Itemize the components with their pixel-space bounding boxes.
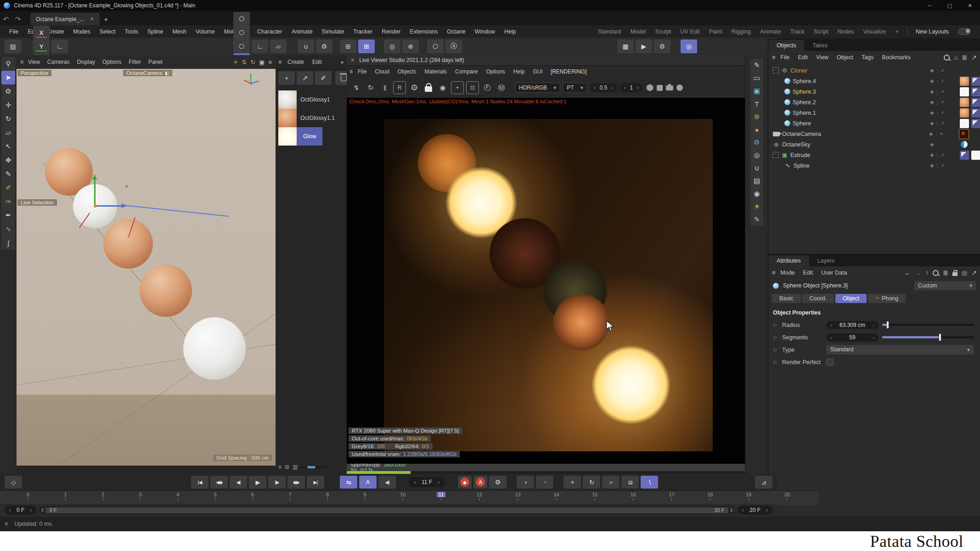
octane-tag[interactable] (971, 77, 980, 86)
target-icon[interactable]: ◎ (962, 269, 967, 276)
chevron-left-icon[interactable]: ‹ (594, 84, 596, 91)
enabled-check-icon[interactable]: ✓ (941, 67, 945, 73)
record-keyframe-button[interactable]: ◆ (458, 476, 472, 489)
render-view[interactable]: Check:0ms,/2ms. MeshGen:1ms. Update[CG]:… (347, 98, 745, 464)
timeline-tick[interactable]: 17 (667, 492, 676, 505)
go-to-end-button[interactable]: ▶| (307, 476, 324, 489)
menu-item[interactable]: Animate (287, 27, 317, 36)
timeline-tick[interactable]: 7 (286, 492, 294, 505)
frame-icon[interactable]: ▭ (750, 72, 763, 84)
play-button[interactable]: ▶ (249, 476, 266, 489)
region-stepper[interactable]: ‹ 1 › (620, 83, 643, 92)
tab-basic[interactable]: Basic (772, 294, 801, 303)
attribute-menu-item[interactable]: Mode (776, 269, 799, 277)
chevron-left-icon[interactable]: ‹ (624, 84, 625, 91)
menu-item[interactable]: Spline (143, 27, 168, 36)
live-viewer-menu-item[interactable]: Cloud (371, 67, 393, 76)
fcurve-icon[interactable]: ⊿ (755, 476, 772, 489)
menu-item[interactable]: Render (377, 27, 405, 36)
material-item[interactable]: OctGlossy1.1 (278, 109, 347, 127)
colorspace-select[interactable]: HDR/sRGB ▾ (515, 83, 560, 93)
layout-tab[interactable]: UV Edit (676, 27, 704, 36)
lock-icon[interactable] (952, 272, 957, 276)
kernel-select[interactable]: PT ▾ (563, 83, 587, 93)
object-menu-item[interactable]: Edit (794, 53, 812, 62)
object-menu-item[interactable]: Object (833, 53, 857, 62)
enabled-check-icon[interactable]: ✓ (941, 152, 945, 158)
region-render-icon[interactable]: R (393, 81, 406, 94)
go-to-start-button[interactable]: |◀ (191, 476, 208, 489)
live-viewer-menu-item[interactable]: Materials (420, 67, 451, 76)
apply-material-icon[interactable]: ↗ (297, 71, 313, 85)
menu-item[interactable]: Octane (442, 27, 470, 36)
more-menu-icon[interactable]: ▸ (341, 59, 344, 65)
thumbnail-size-slider[interactable] (301, 466, 327, 468)
rotate-tool-icon[interactable]: ↻ (1, 112, 15, 126)
range-start-field[interactable]: ‹ 0 F › (5, 506, 36, 515)
maximize-view-icon[interactable]: ▣ (259, 59, 265, 66)
zoom-tool-icon[interactable]: ⚲ (1, 57, 15, 71)
viewport-menu-item[interactable]: Display (73, 58, 99, 66)
visibility-dots-icon[interactable]: : (936, 121, 938, 126)
material-menu-item[interactable]: Edit (308, 58, 326, 66)
camera-tag[interactable] (959, 129, 969, 139)
pencil-icon[interactable]: ✎ (750, 213, 763, 226)
polygons-mode-icon[interactable]: ⎔ (233, 39, 250, 53)
viewport-menu-item[interactable]: Cameras (44, 58, 73, 66)
sky-tag[interactable] (960, 140, 969, 149)
timeline-tick[interactable]: 10 (398, 492, 407, 505)
tab-attributes[interactable]: Attributes (768, 255, 809, 266)
material-item[interactable]: Glow (278, 127, 347, 146)
current-frame-field[interactable]: ‹ 11 F › (409, 477, 445, 487)
enabled-check-icon[interactable]: ✓ (941, 89, 945, 95)
enabled-check-icon[interactable]: ✓ (941, 110, 945, 116)
up-icon[interactable]: ↑ (925, 269, 929, 276)
live-viewer-menu-item[interactable]: Help (509, 67, 529, 76)
menu-item[interactable]: Help (500, 27, 521, 36)
layout-tab[interactable]: Visualize (859, 27, 891, 36)
range-end-field[interactable]: ‹ 20 F › (738, 506, 772, 515)
pause-icon[interactable]: ‖ (379, 82, 391, 94)
object-menu-item[interactable]: Bookmarks (878, 53, 915, 62)
menu-item[interactable]: Tracker (349, 27, 377, 36)
chevron-left-icon[interactable]: ‹ (9, 507, 11, 513)
viewport-menu-item[interactable]: Options (99, 58, 125, 66)
record-dial-icon[interactable]: ◔ (536, 476, 553, 489)
viewport-canvas[interactable]: ⌖ Perspective OctaneCamera ◧ Live Select… (17, 69, 276, 466)
octane-tag[interactable] (971, 119, 980, 128)
collapse-icon[interactable]: − (773, 152, 779, 158)
snap-settings-icon[interactable]: ⚙ (316, 39, 332, 53)
save-icon[interactable]: ▤ (5, 39, 21, 53)
pick-film-icon[interactable]: Ⓕ (481, 82, 493, 94)
timeline-tick[interactable]: 18 (705, 492, 715, 505)
text-icon[interactable]: T (750, 97, 763, 110)
cursor-move-tool-icon[interactable]: ↖ (1, 140, 15, 153)
mograph-icon[interactable]: ⊛ (750, 110, 763, 123)
scene-sphere-orange-2[interactable] (103, 219, 153, 269)
home-icon[interactable]: ⌂ (954, 54, 957, 61)
material-item[interactable]: OctGlossy1 (278, 90, 347, 109)
record-scale-icon[interactable]: ▱ (602, 476, 620, 489)
range-grip-right[interactable]: ‖ (730, 507, 732, 513)
live-viewer-menu-item[interactable]: GUI (529, 67, 547, 76)
viewport-menu-item[interactable]: Panel (145, 58, 166, 66)
visibility-dots-icon[interactable]: : (935, 131, 937, 137)
axis-lock-button[interactable]: Y (33, 39, 50, 53)
enabled-check-icon[interactable]: ✓ (941, 78, 945, 84)
keyframe-nav-icon[interactable]: ◇ (5, 476, 22, 489)
undo-icon[interactable]: ↶ (0, 13, 12, 25)
sound-button[interactable]: ◀) (378, 476, 396, 489)
material-menu-item[interactable]: Create (283, 58, 308, 66)
enabled-check-icon[interactable]: ✓ (941, 163, 945, 169)
layer-icon[interactable]: ◈ (930, 99, 934, 105)
popout-icon[interactable]: ↗ (971, 269, 977, 276)
multi-axis-tool-icon[interactable]: ✥ (1, 153, 15, 167)
layer-icon[interactable]: ◈ (930, 152, 934, 158)
visibility-dots-icon[interactable]: : (936, 68, 938, 73)
hamburger-icon[interactable]: ≡ (772, 270, 775, 276)
visibility-dots-icon[interactable]: : (936, 79, 938, 84)
filter-icon[interactable]: ≣ (943, 269, 948, 276)
perspective-label[interactable]: Perspective (17, 70, 51, 76)
octane-tag[interactable] (971, 108, 980, 118)
timeline-tick[interactable]: 8 (323, 492, 332, 505)
